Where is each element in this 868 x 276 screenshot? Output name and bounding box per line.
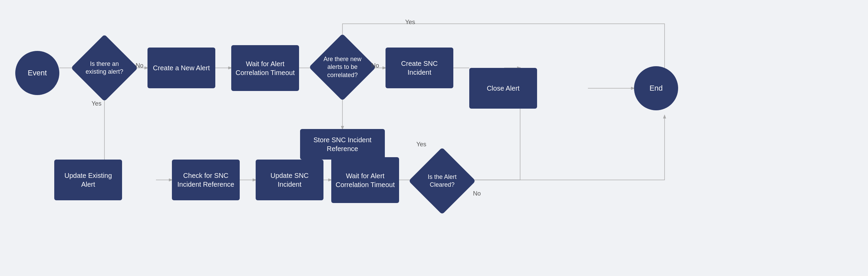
create-snc-node: Create SNC Incident — [386, 48, 453, 88]
label-no3: No — [473, 190, 481, 197]
create-alert-node: Create a New Alert — [147, 48, 215, 88]
decision2-node: Are there new alerts to be correlated? — [315, 40, 370, 94]
decision1-node: Is there an existing alert? — [77, 41, 132, 95]
update-snc-node: Update SNC Incident — [256, 160, 323, 200]
check-snc-node: Check for SNC Incident Reference — [172, 160, 240, 200]
label-yes3: Yes — [416, 141, 426, 148]
event-node: Event — [15, 51, 59, 95]
close-alert-node: Close Alert — [469, 68, 537, 109]
label-no2: No — [371, 62, 379, 69]
end-node: End — [634, 66, 678, 110]
wait-timeout2-node: Wait for Alert Correlation Timeout — [331, 157, 399, 203]
store-snc-node: Store SNC Incident Reference — [300, 129, 385, 160]
label-yes1: Yes — [92, 100, 101, 107]
wait-timeout1-node: Wait for Alert Correlation Timeout — [231, 45, 299, 91]
label-no1: No — [136, 62, 143, 69]
label-yes2: Yes — [405, 19, 415, 26]
flowchart-canvas: Event Is there an existing alert? No Yes… — [0, 0, 868, 276]
update-alert-node: Update Existing Alert — [54, 160, 122, 200]
decision3-node: Is the Alert Cleared? — [415, 154, 469, 208]
